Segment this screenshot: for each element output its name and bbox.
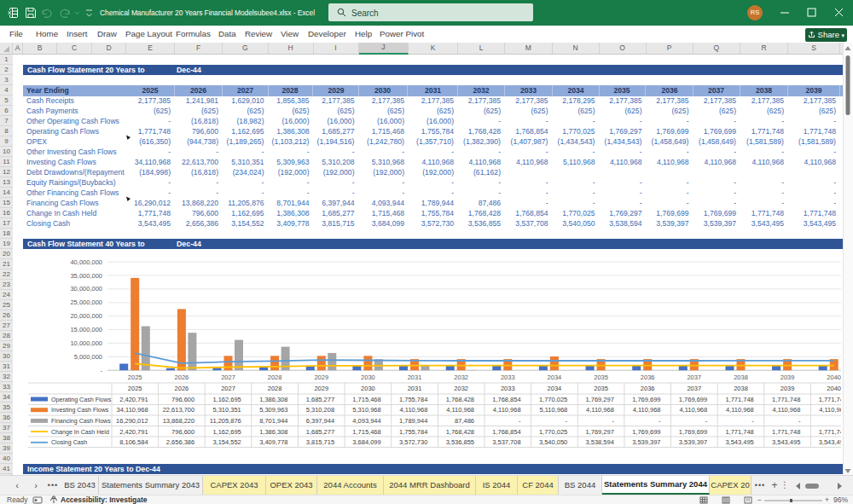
svg-text:3,409,778: 3,409,778 — [259, 438, 287, 446]
svg-text:16,290,012: 16,290,012 — [116, 417, 148, 425]
svg-text:5,310,968: 5,310,968 — [352, 406, 380, 414]
svg-text:1,768,854: 1,768,854 — [492, 396, 520, 403]
svg-text:8,106,584: 8,106,584 — [119, 438, 148, 446]
svg-text:1,770,025: 1,770,025 — [539, 396, 567, 403]
svg-text:2031: 2031 — [408, 385, 422, 392]
svg-text:2039: 2039 — [780, 385, 795, 392]
svg-text:35,000,000: 35,000,000 — [70, 272, 102, 280]
svg-text:1,715,468: 1,715,468 — [352, 428, 380, 436]
svg-text:2034: 2034 — [548, 385, 562, 392]
svg-text:4,110,968: 4,110,968 — [586, 406, 614, 414]
svg-text:5,310,208: 5,310,208 — [306, 406, 334, 414]
svg-text:-: - — [705, 417, 708, 425]
svg-text:20,000,000: 20,000,000 — [70, 312, 102, 320]
svg-text:-: - — [519, 417, 521, 425]
svg-text:2025: 2025 — [128, 374, 142, 381]
svg-text:1,768,428: 1,768,428 — [446, 396, 474, 403]
svg-text:Change In Cash Held: Change In Cash Held — [51, 429, 109, 436]
svg-text:13,868,220: 13,868,220 — [163, 417, 195, 425]
svg-text:2036: 2036 — [641, 385, 655, 392]
svg-text:2025: 2025 — [128, 385, 142, 392]
svg-text:4,110,968: 4,110,968 — [633, 406, 661, 414]
svg-text:1,769,699: 1,769,699 — [679, 396, 707, 403]
svg-text:3,539,397: 3,539,397 — [679, 438, 707, 446]
svg-text:34,110,968: 34,110,968 — [117, 406, 148, 414]
svg-text:796,600: 796,600 — [171, 396, 194, 403]
svg-text:2035: 2035 — [594, 374, 608, 381]
svg-text:1,386,308: 1,386,308 — [259, 428, 287, 436]
svg-text:2032: 2032 — [454, 374, 468, 381]
svg-text:3,543,495: 3,543,495 — [772, 438, 800, 446]
svg-text:8,701,944: 8,701,944 — [259, 417, 287, 425]
svg-text:3,536,855: 3,536,855 — [446, 438, 474, 446]
svg-text:3,539,397: 3,539,397 — [632, 438, 660, 446]
svg-text:10,000,000: 10,000,000 — [70, 339, 102, 347]
svg-text:2,656,386: 2,656,386 — [166, 438, 194, 446]
svg-text:2030: 2030 — [361, 374, 375, 381]
svg-text:2032: 2032 — [454, 385, 468, 392]
svg-text:3,815,715: 3,815,715 — [306, 438, 334, 446]
svg-text:2029: 2029 — [314, 374, 328, 381]
svg-text:-: - — [566, 417, 568, 425]
svg-text:3,572,730: 3,572,730 — [399, 438, 427, 446]
svg-text:2030: 2030 — [361, 385, 375, 392]
svg-text:2038: 2038 — [734, 374, 748, 381]
svg-text:1,386,308: 1,386,308 — [259, 396, 287, 403]
svg-text:1,771,748: 1,771,748 — [772, 396, 800, 403]
svg-text:1,768,428: 1,768,428 — [446, 428, 474, 436]
svg-text:2026: 2026 — [175, 385, 189, 392]
svg-text:4,110,968: 4,110,968 — [493, 406, 521, 414]
svg-text:2038: 2038 — [734, 385, 748, 392]
svg-text:-: - — [101, 367, 103, 374]
svg-text:22,613,700: 22,613,700 — [163, 406, 195, 414]
svg-text:-: - — [751, 417, 754, 425]
svg-text:1,769,699: 1,769,699 — [632, 428, 660, 436]
svg-text:5,110,968: 5,110,968 — [539, 406, 567, 414]
svg-text:25,000,000: 25,000,000 — [70, 298, 102, 306]
svg-text:2027: 2027 — [221, 374, 235, 381]
svg-text:5,309,963: 5,309,963 — [259, 406, 287, 414]
svg-text:1,771,748: 1,771,748 — [725, 396, 753, 403]
svg-text:4,110,968: 4,110,968 — [446, 406, 474, 414]
svg-text:1,789,944: 1,789,944 — [399, 417, 427, 425]
svg-text:Investing Cash Flows: Investing Cash Flows — [51, 407, 109, 414]
svg-text:3,684,099: 3,684,099 — [352, 438, 380, 446]
svg-text:1,685,277: 1,685,277 — [306, 428, 334, 436]
svg-text:1,769,699: 1,769,699 — [679, 428, 707, 436]
svg-text:2031: 2031 — [408, 374, 422, 381]
svg-text:1,162,695: 1,162,695 — [212, 428, 241, 436]
svg-text:2040: 2040 — [827, 385, 841, 392]
svg-text:3,537,708: 3,537,708 — [492, 438, 520, 446]
svg-text:2036: 2036 — [641, 374, 655, 381]
svg-text:3,538,594: 3,538,594 — [586, 438, 614, 446]
svg-text:87,486: 87,486 — [455, 417, 474, 425]
svg-text:30,000,000: 30,000,000 — [70, 285, 102, 293]
svg-text:2040: 2040 — [827, 374, 841, 381]
svg-text:2027: 2027 — [221, 385, 235, 392]
svg-text:-: - — [612, 417, 614, 425]
svg-text:5,310,351: 5,310,351 — [212, 406, 241, 414]
svg-text:1,771,748: 1,771,748 — [772, 428, 800, 436]
svg-text:2033: 2033 — [501, 385, 515, 392]
svg-text:-: - — [798, 417, 801, 425]
svg-text:1,768,854: 1,768,854 — [492, 428, 520, 436]
svg-text:2,420,791: 2,420,791 — [119, 396, 148, 403]
svg-text:2037: 2037 — [687, 385, 701, 392]
svg-text:3,540,050: 3,540,050 — [539, 438, 567, 446]
svg-text:1,769,297: 1,769,297 — [586, 396, 614, 403]
svg-text:4,093,944: 4,093,944 — [352, 417, 380, 425]
svg-text:3,543,495: 3,543,495 — [725, 438, 753, 446]
svg-text:4,110,968: 4,110,968 — [679, 406, 707, 414]
svg-text:2033: 2033 — [501, 374, 515, 381]
svg-text:2037: 2037 — [687, 374, 701, 381]
svg-text:2034: 2034 — [548, 374, 562, 381]
svg-text:1,162,695: 1,162,695 — [212, 396, 241, 403]
svg-text:3,154,552: 3,154,552 — [212, 438, 241, 446]
svg-text:5,000,000: 5,000,000 — [74, 353, 102, 361]
svg-text:2035: 2035 — [594, 385, 608, 392]
svg-text:4,110,968: 4,110,968 — [726, 406, 754, 414]
svg-text:2039: 2039 — [780, 374, 795, 381]
svg-text:2026: 2026 — [175, 374, 189, 381]
svg-text:1,755,784: 1,755,784 — [399, 396, 427, 403]
svg-text:1,770,025: 1,770,025 — [539, 428, 567, 436]
